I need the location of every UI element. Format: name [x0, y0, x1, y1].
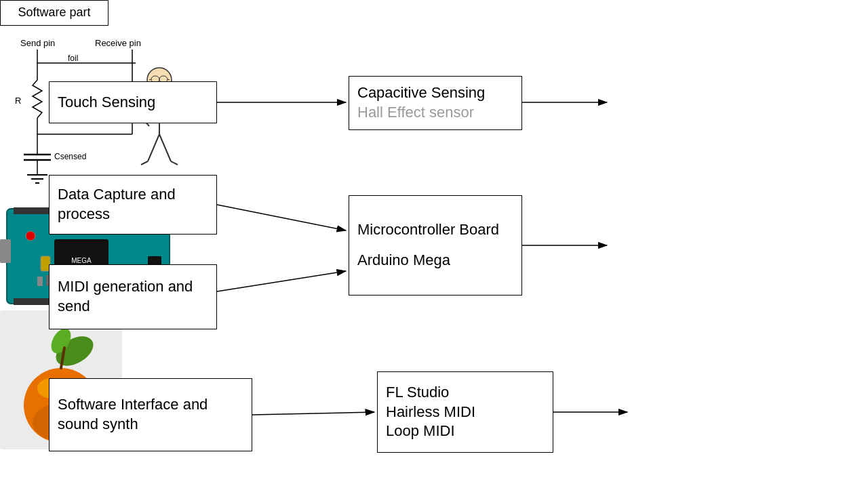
svg-line-39: [171, 161, 178, 165]
svg-line-6: [252, 412, 374, 415]
svg-line-36: [148, 134, 159, 161]
foil-label: foil: [68, 54, 78, 63]
fl-studio-line2: Hairless MIDI: [386, 403, 475, 422]
fl-studio-line1: FL Studio: [386, 383, 475, 403]
svg-text:MEGA: MEGA: [71, 257, 92, 264]
diagram-container: Touch Sensing Data Capture and process M…: [0, 0, 868, 488]
receive-pin-label: Receive pin: [95, 38, 141, 48]
svg-rect-41: [0, 239, 11, 263]
software-interface-label: Software Interface and sound synth: [58, 395, 243, 434]
csensed-label: Csensed: [54, 152, 86, 161]
touch-sensing-label: Touch Sensing: [58, 93, 155, 113]
box-software-interface: Software Interface and sound synth: [49, 378, 252, 451]
data-capture-label: Data Capture and process: [58, 185, 208, 224]
svg-line-38: [141, 161, 148, 165]
svg-line-37: [159, 134, 171, 161]
software-part-label: Software part: [18, 5, 90, 20]
capacitive-line2: Hall Effect sensor: [357, 103, 485, 123]
svg-point-47: [26, 231, 35, 241]
send-pin-label: Send pin: [20, 38, 55, 48]
capacitive-line1: Capacitive Sensing: [357, 83, 485, 103]
microcontroller-line2: Arduino Mega: [357, 251, 499, 270]
box-capacitive: Capacitive Sensing Hall Effect sensor: [349, 76, 522, 130]
midi-label: MIDI generation and send: [58, 277, 208, 316]
fl-studio-line3: Loop MIDI: [386, 422, 475, 441]
microcontroller-line1: Microcontroller Board: [357, 220, 499, 240]
box-midi: MIDI generation and send: [49, 264, 217, 329]
box-microcontroller: Microcontroller Board Arduino Mega: [349, 195, 522, 296]
box-fl-studio: FL Studio Hairless MIDI Loop MIDI: [377, 371, 553, 453]
box-touch-sensing: Touch Sensing: [49, 81, 217, 123]
box-data-capture: Data Capture and process: [49, 175, 217, 235]
r-label: R: [15, 96, 21, 106]
software-part-box: Software part: [0, 0, 108, 26]
svg-line-4: [217, 271, 346, 291]
svg-rect-48: [37, 277, 43, 286]
svg-line-3: [217, 205, 346, 230]
